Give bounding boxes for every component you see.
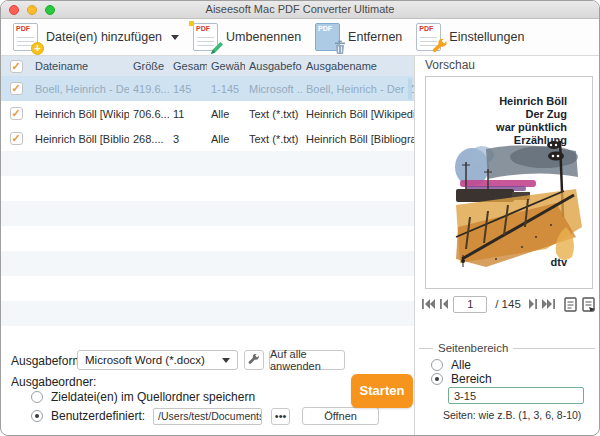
book-cover-image: Heinrich Böll Der Zug war pünktlich Erzä… — [426, 77, 592, 288]
cell-dateiname: Boell, Heinrich - Der ... — [31, 83, 129, 95]
next-page-button[interactable] — [529, 297, 537, 311]
zoom-window-button[interactable] — [45, 5, 55, 15]
table-row[interactable]: Boell, Heinrich - Der ... 419.6... 145 1… — [1, 76, 414, 101]
cell-gesamt: 3 — [169, 133, 207, 145]
page-range-section-header: Seitenbereich — [419, 342, 595, 354]
settings-label: Einstellungen — [449, 30, 524, 44]
range-custom-label: Bereich — [451, 372, 492, 386]
add-pdf-icon: PDF + — [13, 23, 38, 51]
radio-icon[interactable] — [31, 410, 43, 422]
wrench-icon — [248, 354, 260, 366]
cell-format: Text (*.txt) — [245, 108, 302, 120]
browse-folder-button[interactable]: ••• — [271, 408, 290, 425]
cell-gewaehlt: 1-145 — [207, 83, 245, 95]
cell-dateiname: Heinrich Böll [Wikipe... — [31, 108, 129, 120]
first-page-button[interactable] — [422, 297, 435, 311]
page-range-hint: Seiten: wie z.B. (1, 3, 6, 8-10) — [443, 409, 581, 421]
header-ausgabename[interactable]: Ausgabename — [302, 60, 414, 72]
cell-ausgabename: Boell, Heinrich - Der Zug ... — [302, 83, 414, 95]
select-all-checkbox[interactable] — [1, 60, 31, 73]
header-ausgabeformat[interactable]: Ausgabeforr — [245, 60, 302, 72]
cell-ausgabename: Heinrich Böll [Bibliografie].... — [302, 133, 414, 145]
go-to-page-icon[interactable] — [582, 297, 596, 311]
cell-dateiname: Heinrich Böll [Bibliog... — [31, 133, 129, 145]
cell-groesse: 419.6... — [129, 83, 169, 95]
previous-page-button[interactable] — [440, 297, 448, 311]
toolbar: PDF + Datei(en) hinzufügen PDF — [1, 19, 599, 56]
remove-label: Entfernen — [348, 30, 402, 44]
output-folder-label: Ausgabeordner: — [11, 375, 96, 389]
page-range-input[interactable] — [448, 387, 584, 404]
chevron-down-icon — [222, 358, 230, 363]
last-page-button[interactable] — [542, 297, 555, 311]
chevron-down-icon — [171, 35, 179, 40]
table-header: Dateiname Größe Gesamt Gewähl Ausgabefor… — [1, 56, 414, 76]
close-window-button[interactable] — [9, 5, 19, 15]
empty-table-stripes — [1, 151, 414, 346]
format-settings-button[interactable] — [244, 350, 264, 370]
svg-text:Heinrich Böll: Heinrich Böll — [499, 95, 567, 107]
cell-gesamt: 11 — [169, 108, 207, 120]
app-window: Aiseesoft Mac PDF Converter Ultimate PDF… — [0, 0, 600, 436]
output-format-value: Microsoft Word (*.docx) — [85, 354, 205, 366]
remove-pdf-icon: PDF — [315, 23, 340, 51]
add-files-button[interactable]: PDF + Datei(en) hinzufügen — [13, 23, 179, 51]
apply-to-all-button[interactable]: Auf alle anwenden — [269, 350, 345, 370]
preview-pagination: / 145 — [422, 294, 596, 314]
range-custom-option[interactable]: Bereich — [431, 372, 492, 386]
save-in-source-option[interactable]: Zieldatei(en) im Quellordner speichern — [31, 390, 255, 404]
preview-box: Heinrich Böll Der Zug war pünktlich Erzä… — [425, 76, 593, 289]
cell-gewaehlt: Alle — [207, 133, 245, 145]
range-all-option[interactable]: Alle — [431, 358, 471, 372]
page-number-input[interactable] — [453, 296, 487, 313]
wrench-icon — [432, 39, 448, 55]
cell-format: Microsoft ... — [245, 83, 302, 95]
plus-badge-icon: + — [31, 42, 44, 55]
header-gesamt[interactable]: Gesamt — [169, 60, 207, 72]
range-all-label: Alle — [451, 358, 471, 372]
custom-folder-label: Benutzerdefiniert: — [51, 409, 145, 423]
table-scrollbar[interactable] — [408, 78, 412, 100]
svg-text:Der Zug: Der Zug — [525, 108, 567, 120]
rename-button[interactable]: PDF Umbenennen — [193, 23, 301, 51]
cell-gewaehlt: Alle — [207, 108, 245, 120]
open-folder-button[interactable]: Öffnen — [302, 407, 379, 425]
preview-panel: Vorschau Heinrich Böll Der Zug war pünkt… — [415, 56, 600, 435]
cell-format: Text (*.txt) — [245, 133, 302, 145]
settings-button[interactable]: PDF Einstellungen — [416, 23, 524, 51]
header-gewaehlt[interactable]: Gewähl — [207, 60, 245, 72]
row-checkbox[interactable] — [1, 132, 31, 145]
cell-groesse: 268.... — [129, 133, 169, 145]
rename-label: Umbenennen — [226, 30, 301, 44]
custom-folder-option[interactable]: Benutzerdefiniert: ••• Öffnen — [31, 407, 379, 425]
row-checkbox[interactable] — [1, 107, 31, 120]
header-dateiname[interactable]: Dateiname — [31, 60, 129, 72]
add-files-label: Datei(en) hinzufügen — [46, 30, 162, 44]
window-title: Aiseesoft Mac PDF Converter Ultimate — [1, 1, 599, 18]
cell-groesse: 706.6... — [129, 108, 169, 120]
rename-pdf-icon: PDF — [193, 23, 218, 51]
page-range-legend: Seitenbereich — [438, 342, 508, 354]
radio-icon[interactable] — [31, 391, 43, 403]
header-groesse[interactable]: Größe — [129, 60, 169, 72]
start-button[interactable]: Starten — [351, 374, 413, 408]
save-in-source-label: Zieldatei(en) im Quellordner speichern — [51, 390, 255, 404]
svg-text:war pünktlich: war pünktlich — [495, 121, 567, 133]
custom-folder-path-input[interactable] — [153, 408, 262, 425]
title-bar: Aiseesoft Mac PDF Converter Ultimate — [1, 1, 599, 19]
radio-icon[interactable] — [431, 359, 443, 371]
remove-button[interactable]: PDF Entfernen — [315, 23, 402, 51]
table-row[interactable]: Heinrich Böll [Bibliog... 268.... 3 Alle… — [1, 126, 414, 151]
trash-icon — [333, 39, 347, 55]
page-view-icon[interactable] — [564, 297, 577, 311]
output-format-select[interactable]: Microsoft Word (*.docx) — [77, 350, 238, 370]
preview-title: Vorschau — [425, 58, 475, 72]
page-total-label: / 145 — [495, 298, 521, 310]
settings-pdf-icon: PDF — [416, 23, 441, 51]
svg-text:dtv: dtv — [551, 256, 568, 268]
radio-icon[interactable] — [431, 373, 443, 385]
row-checkbox[interactable] — [1, 82, 31, 95]
table-row[interactable]: Heinrich Böll [Wikipe... 706.6... 11 All… — [1, 101, 414, 126]
minimize-window-button[interactable] — [27, 5, 37, 15]
cell-gesamt: 145 — [169, 83, 207, 95]
